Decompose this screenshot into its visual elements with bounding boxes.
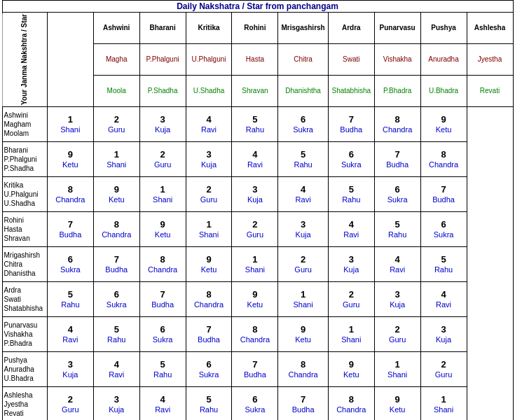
cell-planet: Shani — [330, 335, 373, 344]
cell-planet: Chandra — [330, 405, 373, 414]
col-header-4: Dhanishtha — [278, 76, 328, 107]
cell-r4-c1: 7Budha — [93, 247, 139, 282]
cell-planet: Rahu — [233, 125, 276, 134]
cell-r4-c4: 1Shani — [232, 247, 278, 282]
col-header-5: Shatabhisha — [328, 76, 374, 107]
cell-number: 8 — [376, 114, 419, 125]
cell-number: 5 — [330, 184, 373, 195]
cell-planet: Rahu — [49, 300, 92, 309]
col-header-8: Ashlesha — [467, 13, 513, 44]
cell-planet: Chandra — [188, 300, 231, 309]
cell-number: 4 — [95, 359, 138, 370]
cell-planet: Shani — [280, 300, 326, 309]
cell-r1-c3: 3Kuja — [186, 142, 232, 177]
cell-number: 8 — [423, 149, 465, 160]
cell-r7-c6: 9Ketu — [328, 352, 374, 387]
cell-number: 9 — [233, 289, 276, 300]
cell-number: 9 — [423, 114, 465, 125]
cell-r0-c1: 2Guru — [93, 107, 139, 142]
cell-r8-c1: 3Kuja — [93, 387, 139, 420]
cell-r0-c2: 3Kuja — [139, 107, 186, 142]
cell-number: 7 — [423, 184, 465, 195]
cell-planet: Kuja — [188, 160, 231, 169]
cell-r2-c4: 3Kuja — [232, 177, 278, 212]
cell-r2-c3: 2Guru — [186, 177, 232, 212]
col-header-2: U.Shadha — [186, 76, 232, 107]
cell-number: 4 — [376, 254, 419, 265]
cell-r3-c3: 1Shani — [186, 212, 232, 247]
cell-r8-c4: 6Sukra — [232, 387, 278, 420]
cell-planet: Kuja — [376, 300, 419, 309]
cell-r3-c1: 8Chandra — [93, 212, 139, 247]
cell-r2-c6: 5Rahu — [328, 177, 374, 212]
cell-planet: Budha — [376, 160, 419, 169]
cell-planet: Ravi — [95, 370, 138, 379]
cell-planet: Budha — [49, 230, 92, 239]
cell-r7-c5: 8Chandra — [278, 352, 328, 387]
cell-number: 4 — [188, 114, 231, 125]
cell-r6-c0: 4Ravi — [47, 317, 93, 352]
cell-r6-c6: 1Shani — [328, 317, 374, 352]
cell-number: 6 — [423, 219, 465, 230]
cell-number: 1 — [142, 184, 184, 195]
cell-number: 5 — [423, 254, 465, 265]
cell-planet: Rahu — [423, 265, 465, 274]
cell-planet: Kuja — [330, 265, 373, 274]
cell-number: 9 — [142, 219, 184, 230]
col-header-0: Moola — [93, 76, 139, 107]
cell-planet: Guru — [423, 370, 465, 379]
cell-planet: Sukra — [376, 195, 419, 204]
cell-r0-c3: 4Ravi — [186, 107, 232, 142]
cell-r4-c7: 4Ravi — [374, 247, 420, 282]
row-label-header — [47, 13, 93, 107]
cell-r5-c8: 4Ravi — [420, 282, 467, 317]
cell-planet: Ketu — [188, 265, 231, 274]
cell-number: 4 — [280, 184, 326, 195]
cell-r7-c1: 4Ravi — [93, 352, 139, 387]
cell-planet: Chandra — [423, 160, 465, 169]
cell-number: 7 — [95, 254, 138, 265]
cell-number: 6 — [49, 254, 92, 265]
cell-planet: Ravi — [49, 335, 92, 344]
cell-r1-c8: 8Chandra — [420, 142, 467, 177]
cell-r1-c4: 4Ravi — [232, 142, 278, 177]
cell-r2-c5: 4Ravi — [278, 177, 328, 212]
cell-r3-c6: 4Ravi — [328, 212, 374, 247]
cell-planet: Chandra — [95, 230, 138, 239]
cell-planet: Guru — [233, 230, 276, 239]
cell-r2-c7: 6Sukra — [374, 177, 420, 212]
cell-number: 3 — [49, 359, 92, 370]
col-header-8: Jyestha — [467, 44, 513, 76]
col-header-1: Bharani — [139, 13, 186, 44]
cell-r8-c3: 5Rahu — [186, 387, 232, 420]
cell-number: 6 — [233, 394, 276, 405]
cell-number: 1 — [233, 254, 276, 265]
cell-planet: Shani — [95, 160, 138, 169]
cell-r3-c7: 5Rahu — [374, 212, 420, 247]
cell-planet: Guru — [188, 195, 231, 204]
row-label-5: Ardra Swati Shatabhisha — [2, 282, 47, 317]
cell-r3-c5: 3Kuja — [278, 212, 328, 247]
cell-r4-c3: 9Ketu — [186, 247, 232, 282]
cell-r8-c5: 7Budha — [278, 387, 328, 420]
cell-number: 3 — [188, 149, 231, 160]
cell-planet: Shani — [233, 265, 276, 274]
row-label-8: Ashlesha Jyestha Revati — [2, 387, 47, 420]
col-header-7: U.Bhadra — [420, 76, 467, 107]
cell-r1-c6: 6Sukra — [328, 142, 374, 177]
col-header-7: Pushya — [420, 13, 467, 44]
col-header-2: Kritika — [186, 13, 232, 44]
cell-planet: Chandra — [376, 125, 419, 134]
cell-number: 9 — [95, 184, 138, 195]
cell-r6-c1: 5Rahu — [93, 317, 139, 352]
cell-planet: Ravi — [423, 300, 465, 309]
cell-number: 5 — [188, 394, 231, 405]
cell-number: 7 — [142, 289, 184, 300]
cell-number: 6 — [188, 359, 231, 370]
cell-r0-c5: 6Sukra — [278, 107, 328, 142]
cell-number: 8 — [280, 359, 326, 370]
cell-number: 1 — [423, 394, 465, 405]
y-axis-label: Your Janma Nakshtra / Star — [2, 13, 47, 107]
row-label-3: Rohini Hasta Shravan — [2, 212, 47, 247]
col-header-3: Rohini — [232, 13, 278, 44]
